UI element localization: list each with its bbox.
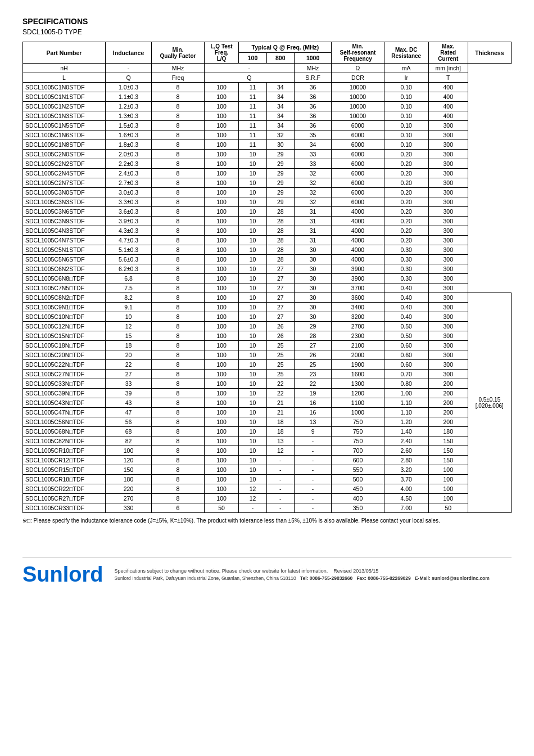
cell-part-number: SDCL1005C12N□TDF bbox=[23, 322, 106, 331]
cell-q100: 11 bbox=[239, 83, 266, 92]
cell-part-number: SDCL1005C3N6STDF bbox=[23, 207, 106, 217]
cell-srf: 2000 bbox=[332, 350, 384, 360]
cell-srf: 6000 bbox=[332, 121, 384, 130]
cell-srf: 3700 bbox=[332, 284, 384, 293]
cell-min-q: 8 bbox=[152, 236, 204, 245]
cell-inductance: 39 bbox=[105, 389, 152, 398]
cell-srf: 750 bbox=[332, 436, 384, 446]
cell-dcr: 0.20 bbox=[384, 197, 428, 207]
cell-ir: 150 bbox=[428, 436, 468, 446]
cell-srf: 6000 bbox=[332, 159, 384, 169]
cell-inductance: 220 bbox=[105, 484, 152, 494]
cell-q800: 28 bbox=[266, 207, 294, 217]
cell-q100: 10 bbox=[239, 370, 266, 379]
table-row: SDCL1005C1N0STDF1.0±0.38100113436100000.… bbox=[23, 83, 512, 92]
cell-min-q: 8 bbox=[152, 159, 204, 169]
cell-q100: 11 bbox=[239, 121, 266, 130]
cell-q800: - bbox=[266, 475, 294, 484]
cell-dcr: 1.00 bbox=[384, 389, 428, 398]
cell-min-q: 8 bbox=[152, 417, 204, 427]
cell-lq-freq: 100 bbox=[204, 159, 239, 169]
cell-ir: 300 bbox=[428, 255, 468, 264]
cell-dcr: 0.40 bbox=[384, 303, 428, 312]
cell-srf: 4000 bbox=[332, 226, 384, 236]
cell-srf: 2300 bbox=[332, 331, 384, 341]
table-row: SDCL1005C3N3STDF3.3±0.3810010293260000.2… bbox=[23, 197, 512, 207]
cell-q1000: - bbox=[294, 484, 331, 494]
cell-ir: 200 bbox=[428, 417, 468, 427]
cell-q800: 27 bbox=[266, 293, 294, 303]
cell-ir: 300 bbox=[428, 312, 468, 322]
cell-srf: 750 bbox=[332, 417, 384, 427]
specifications-table: Part Number Inductance Min.Qually Factor… bbox=[22, 42, 512, 513]
cell-min-q: 8 bbox=[152, 484, 204, 494]
sym-dcr: DCR bbox=[332, 73, 384, 83]
cell-ir: 400 bbox=[428, 92, 468, 102]
cell-q800: 30 bbox=[266, 140, 294, 150]
cell-lq-freq: 100 bbox=[204, 465, 239, 475]
cell-min-q: 8 bbox=[152, 465, 204, 475]
col-q-800: 800 bbox=[266, 53, 294, 64]
cell-lq-freq: 100 bbox=[204, 408, 239, 417]
cell-dcr: 0.20 bbox=[384, 188, 428, 197]
cell-inductance: 56 bbox=[105, 417, 152, 427]
cell-q1000: 29 bbox=[294, 322, 331, 331]
cell-q800: - bbox=[266, 503, 294, 513]
cell-q1000: 19 bbox=[294, 389, 331, 398]
cell-inductance: 6.2±0.3 bbox=[105, 264, 152, 274]
cell-q1000: 30 bbox=[294, 293, 331, 303]
cell-dcr: 0.70 bbox=[384, 370, 428, 379]
cell-min-q: 8 bbox=[152, 446, 204, 456]
cell-srf: 1900 bbox=[332, 360, 384, 370]
cell-q1000: 16 bbox=[294, 408, 331, 417]
cell-lq-freq: 100 bbox=[204, 312, 239, 322]
cell-dcr: 0.30 bbox=[384, 274, 428, 284]
cell-dcr: 1.40 bbox=[384, 427, 428, 436]
cell-lq-freq: 100 bbox=[204, 188, 239, 197]
cell-dcr: 0.30 bbox=[384, 264, 428, 274]
cell-min-q: 8 bbox=[152, 322, 204, 331]
cell-inductance: 270 bbox=[105, 494, 152, 503]
cell-q1000: 16 bbox=[294, 398, 331, 408]
cell-q1000: 31 bbox=[294, 217, 331, 226]
cell-inductance: 15 bbox=[105, 331, 152, 341]
cell-part-number: SDCL1005C43N□TDF bbox=[23, 398, 106, 408]
cell-q800: 29 bbox=[266, 159, 294, 169]
unit-thickness: mm [inch] bbox=[428, 64, 468, 73]
cell-dcr: 1.20 bbox=[384, 417, 428, 427]
cell-ir: 300 bbox=[428, 169, 468, 178]
cell-ir: 300 bbox=[428, 197, 468, 207]
cell-ir: 300 bbox=[428, 331, 468, 341]
cell-ir: 180 bbox=[428, 427, 468, 436]
cell-inductance: 6.8 bbox=[105, 274, 152, 284]
cell-inductance: 18 bbox=[105, 341, 152, 350]
cell-srf: 1300 bbox=[332, 379, 384, 389]
cell-part-number: SDCL1005C39N□TDF bbox=[23, 389, 106, 398]
cell-ir: 300 bbox=[428, 207, 468, 217]
cell-q1000: 30 bbox=[294, 303, 331, 312]
cell-lq-freq: 100 bbox=[204, 293, 239, 303]
cell-min-q: 8 bbox=[152, 379, 204, 389]
cell-part-number: SDCL1005C3N3STDF bbox=[23, 197, 106, 207]
cell-q100: 10 bbox=[239, 255, 266, 264]
cell-q100: 10 bbox=[239, 303, 266, 312]
cell-q1000: 36 bbox=[294, 92, 331, 102]
table-row: SDCL1005C1N5STDF1.5±0.3810011343660000.1… bbox=[23, 121, 512, 130]
cell-q800: 18 bbox=[266, 417, 294, 427]
cell-srf: 4000 bbox=[332, 217, 384, 226]
cell-q1000: 31 bbox=[294, 207, 331, 217]
table-row: SDCL1005C3N6STDF3.6±0.3810010283140000.2… bbox=[23, 207, 512, 217]
cell-inductance: 33 bbox=[105, 379, 152, 389]
symbol-row: L Q Freq Q S.R.F DCR Ir T bbox=[23, 73, 512, 83]
table-row: SDCL1005C2N2STDF2.2±0.3810010293360000.2… bbox=[23, 159, 512, 169]
cell-q100: 10 bbox=[239, 236, 266, 245]
page-title: SPECIFICATIONS bbox=[22, 17, 512, 26]
cell-min-q: 6 bbox=[152, 503, 204, 513]
cell-ir: 200 bbox=[428, 408, 468, 417]
cell-inductance: 1.8±0.3 bbox=[105, 140, 152, 150]
cell-srf: 3400 bbox=[332, 303, 384, 312]
cell-lq-freq: 100 bbox=[204, 169, 239, 178]
cell-q800: 25 bbox=[266, 370, 294, 379]
cell-q1000: 27 bbox=[294, 341, 331, 350]
cell-part-number: SDCL1005C68N□TDF bbox=[23, 427, 106, 436]
